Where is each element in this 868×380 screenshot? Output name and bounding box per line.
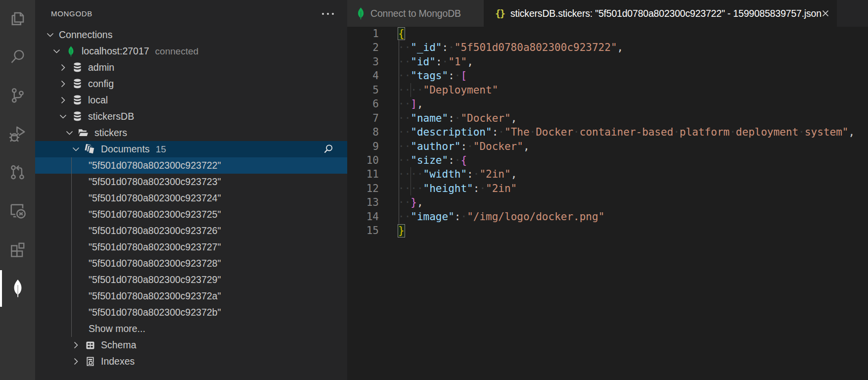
tree-item-document[interactable]: "5f501d0780a802300c923726" xyxy=(35,223,347,239)
tree-item-document[interactable]: "5f501d0780a802300c923725" xyxy=(35,206,347,223)
activity-bar-item-remote-explorer[interactable] xyxy=(0,192,35,230)
tree-indent-guide xyxy=(71,223,72,239)
activity-bar-item-extensions[interactable] xyxy=(0,231,35,269)
tree-indent-guide xyxy=(71,239,72,255)
tree-item-document[interactable]: "5f501d0780a802300c923728" xyxy=(35,255,347,272)
tree-item-document[interactable]: "5f501d0780a802300c923723" xyxy=(35,174,347,190)
chevron-down-icon[interactable] xyxy=(65,129,74,137)
activity-bar-item-search[interactable] xyxy=(0,38,35,75)
code-line-13[interactable]: 13··}, xyxy=(347,195,868,209)
code-line-5[interactable]: 5····"Deployment" xyxy=(347,83,868,97)
code-line-7[interactable]: 7··"name":·"Docker", xyxy=(347,111,868,125)
line-number: 10 xyxy=(347,153,379,167)
code-text: ··"description":·"The·Docker·container-b… xyxy=(398,125,855,139)
code-text: ··"id":·"1", xyxy=(398,55,473,69)
tree-item-label: Schema xyxy=(101,339,137,351)
chevron-right-icon[interactable] xyxy=(72,341,80,349)
database-icon xyxy=(72,111,83,122)
line-number: 6 xyxy=(347,97,379,111)
tree-item-connections[interactable]: Connections xyxy=(35,27,347,43)
tab-connect-to-mongodb[interactable]: Connect to MongoDB xyxy=(347,0,484,27)
close-tab-icon[interactable] xyxy=(820,8,831,19)
tree-item-document[interactable]: "5f501d0780a802300c923722" xyxy=(35,157,347,174)
line-number: 14 xyxy=(347,210,379,224)
line-number: 1 xyxy=(347,27,379,41)
activity-bar-item-source-control[interactable] xyxy=(0,76,35,114)
tree-item-documents[interactable]: Documents15 xyxy=(35,141,347,157)
code-text: ··], xyxy=(398,97,423,111)
chevron-right-icon[interactable] xyxy=(59,63,67,72)
code-line-2[interactable]: 2··"_id":·"5f501d0780a802300c923722", xyxy=(347,41,868,54)
tree-item-stickersdb[interactable]: stickersDB xyxy=(35,108,347,125)
schema-icon xyxy=(85,340,95,351)
code-line-10[interactable]: 10··"size":·{ xyxy=(347,153,868,167)
tree-item-document[interactable]: "5f501d0780a802300c923724" xyxy=(35,190,347,206)
activity-bar-item-explorer[interactable] xyxy=(0,0,35,37)
code-line-8[interactable]: 8··"description":·"The·Docker·container-… xyxy=(347,125,868,139)
tree-item-admin[interactable]: admin xyxy=(35,59,347,76)
sidebar-mongodb: MONGODB Connectionslocalhost:27017connec… xyxy=(35,0,347,380)
code-line-1[interactable]: 1{ xyxy=(347,27,868,41)
database-icon xyxy=(72,79,83,90)
code-line-12[interactable]: 12····"height":·"2in" xyxy=(347,182,868,195)
tree-item-label: "5f501d0780a802300c92372a" xyxy=(89,290,221,302)
code-text: } xyxy=(398,224,405,238)
tree-item-show-more[interactable]: Show more... xyxy=(35,321,347,337)
tree-item-local[interactable]: local xyxy=(35,92,347,108)
activity-bar-item-github-pull-requests[interactable] xyxy=(0,153,35,191)
code-line-15[interactable]: 15} xyxy=(347,224,868,238)
line-number: 15 xyxy=(347,224,379,238)
tree-item-label: stickers xyxy=(94,127,127,139)
tree-item-label: Connections xyxy=(59,29,112,41)
tree-item-label: "5f501d0780a802300c923728" xyxy=(89,258,221,269)
tree-item-label: Indexes xyxy=(101,356,135,367)
line-number: 2 xyxy=(347,41,379,54)
chevron-right-icon[interactable] xyxy=(59,80,67,88)
more-actions-icon[interactable] xyxy=(321,8,335,19)
documents-count: 15 xyxy=(156,144,166,155)
chevron-down-icon[interactable] xyxy=(59,112,67,121)
chevron-down-icon[interactable] xyxy=(72,145,80,153)
tree-indent-guide xyxy=(71,174,72,190)
search-icon xyxy=(9,48,26,65)
code-text: ··"tags":·[ xyxy=(398,69,467,83)
editor-code[interactable]: 1{2··"_id":·"5f501d0780a802300c923722",3… xyxy=(347,27,868,238)
tree-item-label: admin xyxy=(88,62,114,73)
source-control-icon xyxy=(9,87,26,103)
tree-indent-guide xyxy=(71,288,72,304)
code-line-11[interactable]: 11····"width":·"2in", xyxy=(347,167,868,181)
activity-bar-item-mongodb[interactable] xyxy=(0,270,35,307)
tree-item-document[interactable]: "5f501d0780a802300c923727" xyxy=(35,239,347,255)
code-line-9[interactable]: 9··"author":·"Docker", xyxy=(347,140,868,153)
tree-item-label: config xyxy=(88,78,114,90)
tree-item-document[interactable]: "5f501d0780a802300c92372b" xyxy=(35,304,347,321)
code-line-4[interactable]: 4··"tags":·[ xyxy=(347,69,868,83)
chevron-right-icon[interactable] xyxy=(72,357,80,366)
code-line-3[interactable]: 3··"id":·"1", xyxy=(347,55,868,69)
activity-bar-item-run-and-debug[interactable] xyxy=(0,115,35,152)
database-icon xyxy=(72,95,83,106)
chevron-right-icon[interactable] xyxy=(59,96,67,104)
code-line-14[interactable]: 14··"image":·"/img/logo/docker.png" xyxy=(347,210,868,224)
chevron-down-icon[interactable] xyxy=(46,31,54,39)
indexes-icon xyxy=(85,356,95,367)
tree-item-label: "5f501d0780a802300c923729" xyxy=(89,274,221,285)
tree-item-config[interactable]: config xyxy=(35,76,347,92)
tab-label: stickersDB.stickers: "5f501d0780a802300c… xyxy=(510,8,822,19)
chevron-down-icon[interactable] xyxy=(52,47,61,55)
tree-item-label: Show more... xyxy=(89,323,145,334)
tree-item-localhost[interactable]: localhost:27017connected xyxy=(35,43,347,59)
tab-stickers-json[interactable]: {}stickersDB.stickers: "5f501d0780a80230… xyxy=(484,0,837,27)
tree-item-indexes[interactable]: Indexes xyxy=(35,353,347,370)
tree-item-stickers[interactable]: stickers xyxy=(35,125,347,141)
tree-item-schema[interactable]: Schema xyxy=(35,337,347,353)
code-text: ··"name":·"Docker", xyxy=(398,111,517,125)
tree-item-document[interactable]: "5f501d0780a802300c923729" xyxy=(35,272,347,288)
mongodb-icon xyxy=(13,279,23,298)
search-documents-icon[interactable] xyxy=(322,143,334,155)
extensions-icon xyxy=(9,241,26,258)
code-line-6[interactable]: 6··], xyxy=(347,97,868,111)
tree-indent-guide xyxy=(71,321,72,337)
tree-item-document[interactable]: "5f501d0780a802300c92372a" xyxy=(35,288,347,304)
sidebar-title: MONGODB xyxy=(51,9,92,18)
